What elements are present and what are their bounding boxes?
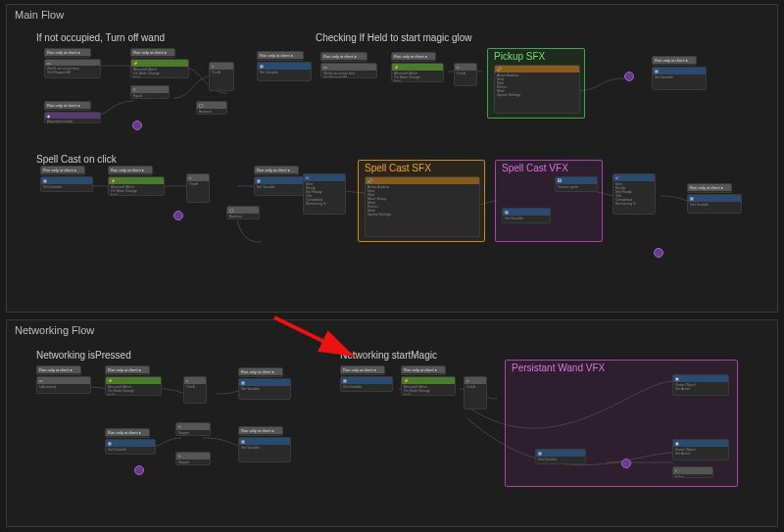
comment-turn-off-wand: If not occupied, Turn off wand <box>36 32 165 43</box>
node-sc-setvar-endb[interactable]: ▦ Get Variable <box>687 194 742 214</box>
node-np-event[interactable]: ▭ IsActivated <box>36 376 91 394</box>
knob-sc-end[interactable] <box>654 248 663 258</box>
node-world-elapsed[interactable]: ▭ World via actual time Get Elapsed All <box>44 59 101 78</box>
node-run-header-2-label: Run only at client ▸ <box>45 102 90 109</box>
node-sc-setvar-end[interactable]: Run only at client ▸ <box>687 183 732 193</box>
node-nm-state[interactable]: Run only at client ▸ <box>401 365 446 375</box>
node-set-variable-1b[interactable]: ▦ Set Variable <box>257 62 312 81</box>
node-sc-run[interactable]: Run only at client ▸ <box>40 166 85 175</box>
group-pickup-sfx-title: Pickup SFX <box>494 51 545 62</box>
node-sc-state[interactable]: Run only at client ▸ <box>108 166 153 175</box>
node-sc-as[interactable]: < Out B <box>186 173 210 203</box>
node-on-state-change-1b[interactable]: ⚡ Microsoft Mesh On State Change bool <box>130 59 189 78</box>
node-np-negate2[interactable]: ¬ Negate <box>175 452 211 465</box>
comment-spell-cast: Spell Cast on click <box>36 154 117 165</box>
node-sc-bool[interactable]: ◯ Boolean <box>226 206 260 219</box>
node-np-setvarb[interactable]: ▦ Set Variable <box>238 378 291 400</box>
node-event-r1[interactable]: ▭ World via actual time Get Elapsed All <box>320 63 377 78</box>
node-np-run[interactable]: Run only at client ▸ <box>36 365 81 375</box>
node-state-change-r1[interactable]: Run only at client ▸ <box>391 52 436 62</box>
node-np-state[interactable]: Run only at client ▸ <box>105 365 150 375</box>
node-setvar-r1b[interactable]: ▦ Set Variable <box>652 67 707 90</box>
group-wand-vfx: Persistant Wand VFX ▣ Game Object Set Ac… <box>505 360 738 487</box>
node-np-negate1[interactable]: ¬ Negate <box>175 422 211 436</box>
node-run-header-r1[interactable]: Run only at client ▸ <box>320 52 368 62</box>
node-bool-false[interactable]: ◯ Boolean False <box>196 101 227 115</box>
node-wand-setactive-2[interactable]: ▣ Game Object Set Active <box>672 439 729 460</box>
node-nm-as[interactable]: < Out A <box>464 376 487 410</box>
node-sc-setvar[interactable]: Run only at client ▸ <box>254 166 299 175</box>
group-spell-cast-sfx: Spell Cast SFX 🔊 Active Audio ▸ Next Wai… <box>358 160 485 242</box>
node-elapsed-member-body: Elapsed member A:Activated <box>45 119 100 123</box>
comment-check-held: Checking If Held to start magic glow <box>316 32 472 43</box>
node-cooldown-2[interactable]: ⏱ Next Ready Not Ready Tick Completed Re… <box>612 173 656 215</box>
node-equal-1[interactable]: ≡ Equal <box>130 85 170 99</box>
node-nm-stateb[interactable]: ⚡ Microsoft Mesh On State Change bool <box>401 376 456 396</box>
section-main-flow-title: Main Flow <box>15 9 64 21</box>
knob-pickup-end[interactable] <box>624 72 634 81</box>
node-set-variable-1[interactable]: Run only at client ▸ <box>257 51 304 61</box>
node-run-header-1[interactable]: Run only at client ▸ <box>44 48 91 58</box>
node-np-getvar1[interactable]: Run only at client ▸ <box>105 428 150 438</box>
node-texture-sprite[interactable]: 🖼 Texture sprite <box>555 176 598 192</box>
group-spell-cast-sfx-title: Spell Cast SFX <box>365 163 431 173</box>
knob-wand[interactable] <box>621 459 631 468</box>
node-nm-run[interactable]: Run only at client ▸ <box>340 365 385 375</box>
node-state-change-r1b[interactable]: ⚡ Microsoft Mesh On State Change bool <box>391 63 444 82</box>
node-world-elapsed-body: World via actual time Get Elapsed All <box>45 66 100 75</box>
knob-sc-1[interactable] <box>173 211 183 220</box>
comment-net-pressed: Networking isPressed <box>36 350 131 361</box>
group-pickup-sfx: Pickup SFX 🔊 Active Audio ▸ Next Wait Re… <box>487 48 585 119</box>
node-run-header-1-label: Run only at client ▸ <box>45 49 90 56</box>
node-sc-getvar[interactable]: ▦ Get Variable <box>40 176 93 192</box>
node-wand-value[interactable]: • Value <box>672 466 713 478</box>
node-np-setvar2b[interactable]: ▦ Set Variable <box>238 437 291 462</box>
node-nm-getvar[interactable]: ▦ Get Variable <box>340 376 393 392</box>
group-spell-cast-vfx: Spell Cast VFX 🖼 Texture sprite ▦ Get Va… <box>495 160 603 242</box>
node-vfx-getvar[interactable]: ▦ Get Variable <box>502 208 551 223</box>
node-out-knob-1[interactable] <box>132 121 142 130</box>
node-run-header-2[interactable]: Run only at client ▸ <box>44 101 91 111</box>
section-networking-flow: Networking Flow Networking isPressed Net… <box>6 319 778 527</box>
node-sc-stateb[interactable]: ⚡ Microsoft Mesh On State Change bool <box>108 176 165 196</box>
node-cooldown-1[interactable]: ⏱ Next Ready Not Ready Tick Completed Re… <box>303 173 346 215</box>
section-net-title: Networking Flow <box>15 324 94 336</box>
node-np-setvar[interactable]: Run only at client ▸ <box>238 367 283 377</box>
node-play-audio-2[interactable]: 🔊 Active Audio ▸ Next Wait Mixer Group M… <box>365 176 480 237</box>
node-sc-setvarb[interactable]: ▦ Set Variable <box>254 176 307 196</box>
node-play-audio-1[interactable]: 🔊 Active Audio ▸ Next Wait Return Mute S… <box>494 65 580 114</box>
group-wand-vfx-title: Persistant Wand VFX <box>512 363 605 373</box>
node-np-setvar2[interactable]: Run only at client ▸ <box>238 426 283 436</box>
node-wand-setactive-1[interactable]: ▣ Game Object Set Active <box>672 374 729 396</box>
node-on-state-change-1[interactable]: Run only at client ▸ <box>130 48 175 58</box>
comment-net-magic: Networking startMagic <box>340 350 437 361</box>
node-as-r1[interactable]: < Out A <box>454 63 477 86</box>
group-spell-cast-vfx-title: Spell Cast VFX <box>502 163 568 173</box>
node-setvar-r1[interactable]: Run only at client ▸ <box>652 56 697 66</box>
node-elapsed-member[interactable]: ◆ Elapsed member A:Activated <box>44 112 101 123</box>
section-main-flow: Main Flow If not occupied, Turn off wand… <box>6 4 778 313</box>
node-np-stateb[interactable]: ⚡ Microsoft Mesh On State Change bool <box>105 376 162 396</box>
node-np-as[interactable]: < Out A <box>183 376 207 404</box>
node-wand-getvar[interactable]: ▦ Get Variable <box>535 449 586 464</box>
node-np-getvar1b[interactable]: ▦ Get Variable <box>105 439 156 455</box>
knob-np-1[interactable] <box>134 465 144 475</box>
node-as-1[interactable]: < Out A <box>209 62 234 91</box>
